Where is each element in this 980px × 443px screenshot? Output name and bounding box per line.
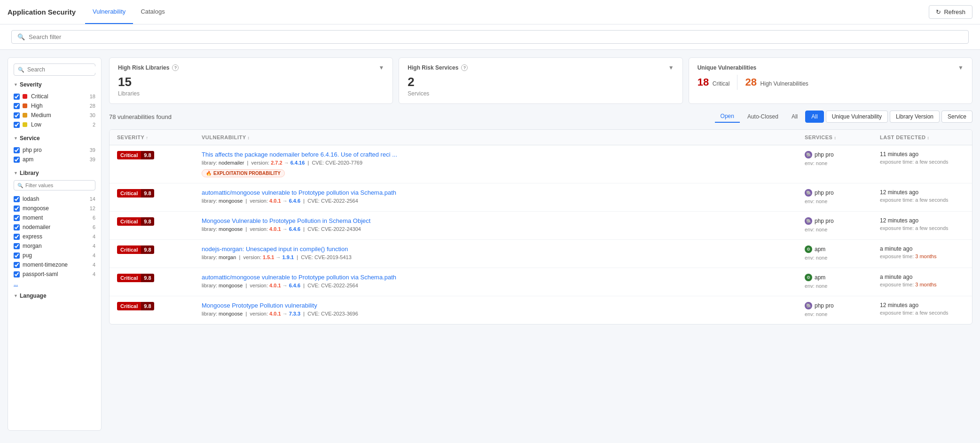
library-nodemailer-label: nodemailer xyxy=(23,224,90,230)
exploitation-label: EXPLOITATION PROBABILITY xyxy=(213,171,281,176)
library-moment: moment 6 xyxy=(14,213,95,222)
severity-low-checkbox[interactable] xyxy=(14,122,20,128)
library-morgan-label: morgan xyxy=(23,243,90,249)
ftab-service-btn[interactable]: Service xyxy=(941,111,972,123)
ftab-auto-closed[interactable]: Auto-Closed xyxy=(742,111,784,122)
service-section-title[interactable]: ▼ Service xyxy=(14,135,95,142)
unique-vulnerabilities-filter-icon[interactable]: ▼ xyxy=(958,64,964,71)
library-mongoose-checkbox[interactable] xyxy=(14,206,20,212)
high-unique-label: High Vulnerabilities xyxy=(760,80,808,87)
summary-cards: High Risk Libraries ? ▼ 15 Libraries Hig… xyxy=(109,57,972,104)
vuln-meta: library: mongoose | version: 4.0.1 → 6.4… xyxy=(202,198,805,204)
col-vulnerability[interactable]: VULNERABILITY xyxy=(202,134,805,140)
tab-vulnerability[interactable]: Vulnerability xyxy=(85,0,133,24)
ftab-unique-vulnerability-btn[interactable]: Unique Vulnerability xyxy=(826,111,888,123)
library-moment-checkbox[interactable] xyxy=(14,215,20,221)
severity-medium-count: 30 xyxy=(90,112,95,118)
vuln-title[interactable]: automattic/mongoose vulnerable to Protot… xyxy=(202,189,805,196)
severity-section-title[interactable]: ▼ Severity xyxy=(14,81,95,88)
ftab-all-btn[interactable]: All xyxy=(805,111,823,123)
row-0-vuln: This affects the package nodemailer befo… xyxy=(202,151,805,177)
critical-dot xyxy=(23,94,27,99)
sidebar-search-input[interactable] xyxy=(27,66,98,73)
critical-unique-count: 18 xyxy=(698,76,709,88)
service-env: env: none xyxy=(805,311,880,317)
exposure-label: exposure time: 3 months xyxy=(880,253,964,259)
severity-critical-count: 18 xyxy=(90,94,95,99)
severity-score: 9.8 xyxy=(141,274,154,282)
high-risk-services-info-icon[interactable]: ? xyxy=(461,64,468,71)
time-label: a minute ago xyxy=(880,274,964,280)
library-section-title[interactable]: ▼ Library xyxy=(14,170,95,176)
row-5-time: 12 minutes ago exposure time: a few seco… xyxy=(880,302,964,316)
search-filter-input[interactable] xyxy=(29,33,963,40)
severity-label: Critical xyxy=(117,189,141,198)
chevron-icon: ▼ xyxy=(14,82,18,87)
severity-low-label: Low xyxy=(31,121,90,128)
library-filter-search-icon: 🔍 xyxy=(17,183,23,188)
service-apm-checkbox[interactable] xyxy=(14,157,20,163)
severity-medium-checkbox[interactable] xyxy=(14,112,20,119)
library-passport-saml-checkbox[interactable] xyxy=(14,271,20,277)
library-pug-checkbox[interactable] xyxy=(14,253,20,259)
search-bar[interactable]: 🔍 xyxy=(11,30,969,44)
high-risk-libraries-info-icon[interactable]: ? xyxy=(172,64,179,71)
library-express-checkbox[interactable] xyxy=(14,234,20,240)
unique-vulnerabilities-title: Unique Vulnerabilities ▼ xyxy=(698,64,964,71)
vuln-meta: library: nodemailer | version: 2.7.2 → 6… xyxy=(202,160,805,166)
version-from: 4.0.1 xyxy=(269,283,281,288)
row-3-vuln: nodejs-morgan: Unescaped input in compil… xyxy=(202,245,805,262)
version-to: 6.4.6 xyxy=(289,283,300,288)
library-pug-label: pug xyxy=(23,252,90,259)
show-more-libraries[interactable]: ... xyxy=(14,281,18,286)
library-nodemailer-checkbox[interactable] xyxy=(14,224,20,230)
vuln-title[interactable]: This affects the package nodemailer befo… xyxy=(202,151,805,158)
service-env: env: none xyxy=(805,198,880,204)
library-filter-input[interactable] xyxy=(25,182,92,188)
col-services[interactable]: SERVICES xyxy=(805,134,880,140)
vuln-title[interactable]: Mongoose Prototype Pollution vulnerabili… xyxy=(202,302,805,309)
row-3-time: a minute ago exposure time: 3 months xyxy=(880,245,964,259)
high-risk-services-filter-icon[interactable]: ▼ xyxy=(668,64,674,71)
ftab-all-text[interactable]: All xyxy=(786,111,803,122)
vuln-title[interactable]: automattic/mongoose vulnerable to Protot… xyxy=(202,274,805,281)
library-moment-timezone-checkbox[interactable] xyxy=(14,262,20,268)
vuln-title[interactable]: Mongoose Vulnerable to Prototype Polluti… xyxy=(202,217,805,224)
high-risk-libraries-filter-icon[interactable]: ▼ xyxy=(378,64,384,71)
exposure-label: exposure time: 3 months xyxy=(880,282,964,287)
service-name: 🐘 php pro xyxy=(805,302,880,309)
row-4-severity: Critical 9.8 xyxy=(117,274,202,282)
row-3-severity: Critical 9.8 xyxy=(117,245,202,254)
tab-catalogs[interactable]: Catalogs xyxy=(133,0,172,24)
ftab-library-version-btn[interactable]: Library Version xyxy=(890,111,940,123)
row-0-service: 🐘 php pro env: none xyxy=(805,151,880,166)
version-to: 1.9.1 xyxy=(282,254,294,260)
library-nodemailer: nodemailer 6 xyxy=(14,222,95,232)
severity-high-checkbox[interactable] xyxy=(14,103,20,109)
app-title: Application Security xyxy=(8,8,76,16)
vuln-title[interactable]: nodejs-morgan: Unescaped input in compil… xyxy=(202,245,805,253)
table-row: Critical 9.8 Mongoose Prototype Pollutio… xyxy=(110,296,972,324)
row-2-severity: Critical 9.8 xyxy=(117,217,202,226)
sidebar-search[interactable]: 🔍 xyxy=(14,63,95,76)
service-php-pro-checkbox[interactable] xyxy=(14,147,20,153)
library-mongoose: mongoose 12 xyxy=(14,204,95,213)
severity-score: 9.8 xyxy=(141,245,154,254)
library-lodash-checkbox[interactable] xyxy=(14,196,20,202)
sidebar-search-icon: 🔍 xyxy=(18,67,24,73)
language-section-title[interactable]: ▼ Language xyxy=(14,293,95,299)
cve: CVE-2023-3696 xyxy=(321,311,358,316)
severity-high-count: 28 xyxy=(90,103,95,109)
ftab-open[interactable]: Open xyxy=(715,111,740,123)
table-row: Critical 9.8 This affects the package no… xyxy=(110,145,972,183)
library-pug: pug 4 xyxy=(14,251,95,260)
severity-medium-label: Medium xyxy=(31,112,87,119)
severity-critical-checkbox[interactable] xyxy=(14,94,20,100)
library-filter-search[interactable]: 🔍 xyxy=(14,180,95,190)
exposure-label: exposure time: a few seconds xyxy=(880,197,964,203)
vuln-meta: library: mongoose | version: 4.0.1 → 6.4… xyxy=(202,226,805,232)
col-last-detected[interactable]: LAST DETECTED xyxy=(880,134,964,140)
library-morgan-checkbox[interactable] xyxy=(14,243,20,249)
refresh-button[interactable]: ↻ Refresh xyxy=(929,5,972,19)
col-severity[interactable]: SEVERITY xyxy=(117,134,202,140)
